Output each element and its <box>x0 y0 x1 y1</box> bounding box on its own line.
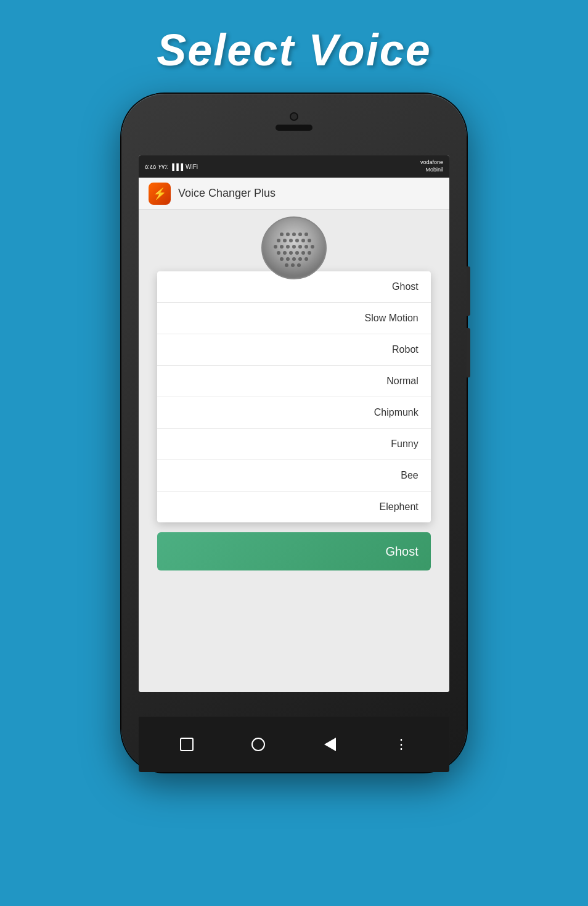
svg-point-10 <box>301 239 305 242</box>
status-wifi: WiFi <box>186 163 198 170</box>
voice-option-funny[interactable]: Funny <box>157 429 431 460</box>
app-toolbar: ⚡ Voice Changer Plus <box>139 178 449 210</box>
voice-option-normal[interactable]: Normal <box>157 366 431 397</box>
app-icon-symbol: ⚡ <box>153 187 166 200</box>
voice-option-slow-motion[interactable]: Slow Motion <box>157 303 431 334</box>
svg-point-15 <box>292 245 296 249</box>
page-title: Select Voice <box>157 25 431 75</box>
svg-point-6 <box>277 239 280 242</box>
status-bar-left: ٥:٤٥ ٢٧٪ ▐▐▐ WiFi <box>145 163 198 170</box>
phone-shell: ٥:٤٥ ٢٧٪ ▐▐▐ WiFi vodafone Mobinil ⚡ Voi… <box>121 94 467 772</box>
svg-point-30 <box>285 263 288 267</box>
volume-button[interactable] <box>467 328 470 377</box>
svg-point-13 <box>280 245 284 249</box>
recent-apps-icon <box>180 738 194 751</box>
voice-option-chipmunk[interactable]: Chipmunk <box>157 397 431 429</box>
status-battery: ٢٧٪ <box>158 163 168 170</box>
svg-point-17 <box>304 245 308 249</box>
bottom-nav-bar: ⋮ <box>139 717 449 772</box>
svg-point-12 <box>274 245 277 249</box>
svg-point-24 <box>308 251 311 255</box>
svg-point-3 <box>292 233 296 236</box>
svg-point-28 <box>298 257 302 261</box>
svg-point-21 <box>289 251 293 255</box>
svg-point-14 <box>286 245 290 249</box>
back-button[interactable] <box>319 733 341 756</box>
svg-point-8 <box>289 239 293 242</box>
menu-button[interactable]: ⋮ <box>390 733 412 756</box>
svg-point-1 <box>280 233 284 236</box>
status-bar: ٥:٤٥ ٢٧٪ ▐▐▐ WiFi vodafone Mobinil <box>139 155 449 178</box>
svg-point-25 <box>280 257 284 261</box>
svg-point-19 <box>277 251 280 255</box>
svg-point-16 <box>298 245 302 249</box>
app-icon: ⚡ <box>149 183 171 205</box>
svg-point-18 <box>311 245 314 249</box>
phone-device: ٥:٤٥ ٢٧٪ ▐▐▐ WiFi vodafone Mobinil ⚡ Voi… <box>121 94 467 772</box>
svg-point-29 <box>304 257 308 261</box>
recent-apps-button[interactable] <box>176 733 198 756</box>
svg-point-26 <box>286 257 290 261</box>
apply-voice-button[interactable]: Ghost <box>157 532 431 570</box>
apply-voice-label: Ghost <box>385 545 418 559</box>
svg-point-11 <box>308 239 311 242</box>
front-camera <box>290 112 298 121</box>
svg-point-2 <box>286 233 290 236</box>
svg-point-7 <box>283 239 287 242</box>
svg-point-27 <box>292 257 296 261</box>
more-options-icon: ⋮ <box>394 738 409 751</box>
svg-point-32 <box>297 263 301 267</box>
earpiece-speaker <box>276 125 312 131</box>
svg-point-5 <box>304 233 308 236</box>
home-button[interactable] <box>247 733 269 756</box>
phone-screen: ٥:٤٥ ٢٧٪ ▐▐▐ WiFi vodafone Mobinil ⚡ Voi… <box>139 155 449 692</box>
svg-point-23 <box>301 251 305 255</box>
status-bar-right: vodafone Mobinil <box>420 159 443 173</box>
back-icon <box>324 738 336 751</box>
carrier-name-1: vodafone <box>420 159 443 167</box>
voice-options-list: Ghost Slow Motion Robot Normal Chipmunk <box>157 271 431 522</box>
carrier-name-2: Mobinil <box>420 167 443 174</box>
home-icon <box>251 738 265 751</box>
voice-option-bee[interactable]: Bee <box>157 460 431 492</box>
phone-top-area <box>276 112 312 131</box>
status-time: ٥:٤٥ <box>145 163 156 170</box>
microphone-icon <box>257 216 331 278</box>
svg-point-4 <box>298 233 302 236</box>
power-button[interactable] <box>467 266 470 316</box>
svg-point-20 <box>283 251 287 255</box>
svg-point-9 <box>295 239 299 242</box>
svg-point-31 <box>291 263 295 267</box>
status-signal: ▐▐▐ <box>170 163 183 170</box>
app-content: Ghost Slow Motion Robot Normal Chipmunk <box>139 210 449 692</box>
voice-option-elephent[interactable]: Elephent <box>157 492 431 522</box>
app-title: Voice Changer Plus <box>178 187 276 200</box>
voice-option-robot[interactable]: Robot <box>157 334 431 366</box>
svg-point-22 <box>295 251 299 255</box>
